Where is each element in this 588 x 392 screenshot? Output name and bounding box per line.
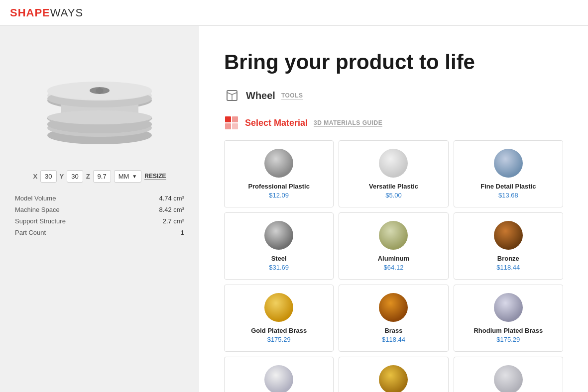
material-swatch-aluminum	[379, 221, 408, 250]
stat-row: Machine Space8.42 cm³	[15, 204, 184, 215]
material-card-platinum[interactable]: Platinum $8,757.09	[454, 357, 563, 392]
material-name-versatile-plastic: Versatile Plastic	[369, 183, 418, 190]
svg-rect-28	[225, 123, 231, 129]
material-card-silver[interactable]: Silver $236.89	[224, 357, 334, 392]
stat-value: 1	[181, 229, 184, 236]
material-card-professional-plastic[interactable]: Professional Plastic $12.09	[224, 140, 334, 207]
dropdown-arrow-icon: ▼	[132, 174, 137, 179]
resize-link[interactable]: RESIZE	[144, 173, 166, 180]
material-price-rhodium-plated-brass: $175.29	[496, 336, 520, 343]
material-card-aluminum[interactable]: Aluminum $64.12	[339, 212, 448, 280]
stat-row: Part Count1	[15, 227, 184, 238]
material-swatch-bronze	[494, 221, 523, 250]
logo-shape: SHAPE	[10, 6, 50, 19]
select-material-label: Select Material	[245, 118, 308, 128]
material-price-steel: $31.69	[269, 264, 289, 271]
model-stats: Model Volume4.74 cm³Machine Space8.42 cm…	[15, 193, 184, 238]
svg-rect-27	[232, 116, 238, 122]
material-swatch-gold-plated-brass	[264, 293, 293, 322]
material-swatch-versatile-plastic	[379, 149, 408, 178]
header: SHAPEWAYS	[0, 0, 588, 26]
material-swatch-platinum	[494, 365, 523, 392]
materials-guide-link[interactable]: 3D MATERIALS GUIDE	[314, 119, 382, 127]
material-card-fine-detail-plastic[interactable]: Fine Detail Plastic $13.68	[454, 140, 563, 207]
model-row: Wheel TOOLS	[224, 88, 563, 103]
main-layout: X 30 Y 30 Z 9.7 MM ▼ RESIZE Model Volume…	[0, 26, 588, 392]
material-card-bronze[interactable]: Bronze $118.44	[454, 212, 563, 280]
y-label: Y	[60, 173, 64, 180]
unit-selector[interactable]: MM ▼	[114, 170, 142, 183]
stat-value: 2.7 cm³	[163, 217, 184, 225]
material-name-professional-plastic: Professional Plastic	[248, 183, 310, 190]
material-name-gold-plated-brass: Gold Plated Brass	[251, 327, 307, 334]
stat-label: Support Structure	[15, 217, 66, 225]
material-card-rhodium-plated-brass[interactable]: Rhodium Plated Brass $175.29	[454, 285, 563, 352]
x-label: X	[33, 173, 37, 180]
stat-label: Machine Space	[15, 206, 60, 213]
logo[interactable]: SHAPEWAYS	[10, 6, 83, 19]
material-name-fine-detail-plastic: Fine Detail Plastic	[480, 183, 536, 190]
stat-value: 4.74 cm³	[159, 195, 184, 202]
material-card-versatile-plastic[interactable]: Versatile Plastic $5.00	[339, 140, 448, 207]
stat-label: Part Count	[15, 229, 46, 236]
material-name-aluminum: Aluminum	[378, 255, 410, 262]
material-card-gold-plated-brass[interactable]: Gold Plated Brass $175.29	[224, 285, 334, 352]
material-price-brass: $118.44	[382, 336, 405, 343]
material-swatch-brass	[379, 293, 408, 322]
material-swatch-steel	[264, 221, 293, 250]
z-value-box[interactable]: 9.7	[93, 170, 111, 183]
content-area: Bring your product to life Wheel TOOLS S…	[199, 26, 588, 392]
material-price-fine-detail-plastic: $13.68	[498, 192, 518, 199]
material-price-versatile-plastic: $5.00	[385, 192, 402, 199]
model-preview	[30, 46, 169, 155]
material-card-gold[interactable]: Gold $2,540.98	[339, 357, 448, 392]
svg-rect-26	[225, 116, 231, 122]
x-value-box[interactable]: 30	[40, 170, 56, 183]
y-value-box[interactable]: 30	[67, 170, 83, 183]
material-swatch-gold	[379, 365, 408, 392]
page-title: Bring your product to life	[224, 51, 563, 74]
material-card-steel[interactable]: Steel $31.69	[224, 212, 334, 280]
material-price-bronze: $118.44	[496, 264, 520, 271]
svg-point-21	[47, 110, 152, 124]
z-label: Z	[86, 173, 90, 180]
stat-row: Model Volume4.74 cm³	[15, 193, 184, 204]
material-price-gold-plated-brass: $175.29	[267, 336, 291, 343]
logo-ways: WAYS	[50, 6, 83, 19]
tools-link[interactable]: TOOLS	[281, 92, 303, 99]
material-swatch-rhodium-plated-brass	[494, 293, 523, 322]
unit-label: MM	[118, 173, 129, 180]
dimensions-row: X 30 Y 30 Z 9.7 MM ▼ RESIZE	[33, 170, 166, 183]
material-swatch-fine-detail-plastic	[494, 149, 523, 178]
sidebar: X 30 Y 30 Z 9.7 MM ▼ RESIZE Model Volume…	[0, 26, 199, 392]
material-swatch-professional-plastic	[264, 149, 293, 178]
material-swatch-silver	[264, 365, 293, 392]
material-price-professional-plastic: $12.09	[269, 192, 289, 199]
materials-grid: Professional Plastic $12.09 Versatile Pl…	[224, 140, 563, 392]
material-name-bronze: Bronze	[497, 255, 519, 262]
material-name-steel: Steel	[271, 255, 287, 262]
material-name-brass: Brass	[384, 327, 402, 334]
material-card-brass[interactable]: Brass $118.44	[339, 285, 448, 352]
material-swatch-icon	[224, 115, 239, 130]
cube-icon	[224, 88, 240, 103]
material-price-aluminum: $64.12	[384, 264, 404, 271]
wheel-svg	[35, 51, 164, 150]
material-name-rhodium-plated-brass: Rhodium Plated Brass	[473, 327, 543, 334]
model-name: Wheel	[246, 90, 275, 101]
stat-row: Support Structure2.7 cm³	[15, 215, 184, 227]
stat-value: 8.42 cm³	[159, 206, 184, 213]
select-material-row: Select Material 3D MATERIALS GUIDE	[224, 115, 563, 130]
svg-rect-29	[232, 123, 238, 129]
stat-label: Model Volume	[15, 195, 56, 202]
